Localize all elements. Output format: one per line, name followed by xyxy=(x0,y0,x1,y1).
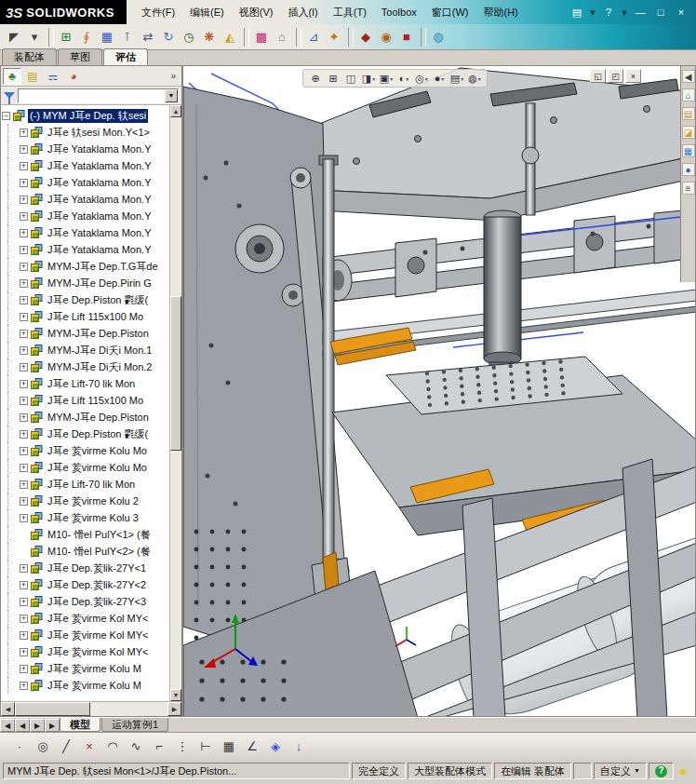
file-explorer-icon[interactable]: ◪ xyxy=(682,126,695,139)
menu-item[interactable]: 帮助(H) xyxy=(475,1,525,23)
interference-icon[interactable]: ◭ xyxy=(220,27,240,47)
tree-item-label[interactable]: J耳e 荄virme Kol MY< xyxy=(46,629,151,642)
angle-icon[interactable]: ∠ xyxy=(242,737,262,757)
tab-model[interactable]: 模型 xyxy=(60,718,100,732)
tree-item[interactable]: +J耳e Dep.Piston 氍缓( xyxy=(1,426,169,442)
erase-icon[interactable]: × xyxy=(79,737,100,757)
maximize-icon[interactable]: □ xyxy=(651,4,670,20)
new-document-icon[interactable]: ▤ xyxy=(568,4,586,20)
tree-item-label[interactable]: (-) MYM J耳e Dep. 轪sesi xyxy=(28,109,148,123)
menu-item[interactable]: 视图(V) xyxy=(232,1,281,23)
tree-item[interactable]: M10- 馉el PulY<2> (餐 xyxy=(1,543,169,560)
tree-item[interactable]: +J耳e Yataklama Mon.Y xyxy=(1,174,169,191)
tree-item[interactable]: +J耳e Dep.荄lik-27Y<3 xyxy=(1,593,169,610)
tree-item[interactable]: +J耳e Dep.荄lik-27Y<1 xyxy=(1,560,169,576)
tree-item-label[interactable]: MYM-J耳e Dep.Piston xyxy=(46,411,151,425)
collapse-taskpane-icon[interactable]: ◀ xyxy=(682,70,695,83)
move-component-icon[interactable]: ⇄ xyxy=(138,27,158,47)
tree-item[interactable]: +J耳e Lift 115x100 Mo xyxy=(1,392,169,409)
expand-icon[interactable]: + xyxy=(20,413,28,422)
menu-item[interactable]: 插入(I) xyxy=(280,1,325,23)
tree-item-label[interactable]: MYM-J耳e Dep.Pirin G xyxy=(46,277,154,291)
tab-scroll-left-icon[interactable]: ◀ xyxy=(0,719,15,732)
previous-view-icon[interactable]: ◫ xyxy=(342,71,359,87)
tree-item-label[interactable]: J耳e 荄virme Kolu M xyxy=(46,679,143,693)
expand-icon[interactable]: + xyxy=(20,430,28,439)
featuremanager-tab-icon[interactable]: ♣ xyxy=(3,68,21,85)
graphics-area[interactable]: ⊕⊞◫◨▾▣▾◐▾◎▾●▾▤▾◍▾ ◱◰× ◀⌂▤◪▦●≡ xyxy=(182,65,696,717)
scroll-left-icon[interactable]: ◀ xyxy=(1,702,15,716)
tree-item-label[interactable]: J耳e Yataklama Mon.Y xyxy=(46,176,153,190)
scroll-up-icon[interactable]: ▲ xyxy=(170,105,181,117)
help-icon[interactable]: ? xyxy=(599,4,618,20)
tree-item[interactable]: +J耳e Yataklama Mon.Y xyxy=(1,141,169,157)
status-help-cell[interactable]: ? xyxy=(649,763,674,779)
arrow-down-icon[interactable]: ↓ xyxy=(288,737,309,757)
scroll-right-icon[interactable]: ▶ xyxy=(167,702,181,716)
view-palette-icon[interactable]: ▦ xyxy=(682,144,695,157)
tree-horizontal-scrollbar[interactable]: ◀ ▶ xyxy=(1,701,181,716)
scrollbar-thumb[interactable] xyxy=(170,296,181,451)
expand-icon[interactable]: + xyxy=(20,631,28,640)
tree-item[interactable]: +J耳e Lift 115x100 Mo xyxy=(1,308,169,325)
line-icon[interactable]: ╱ xyxy=(56,737,76,757)
edit-appearance-icon[interactable]: ●▾ xyxy=(431,71,448,87)
expand-icon[interactable]: + xyxy=(20,229,28,237)
expand-icon[interactable]: + xyxy=(20,615,28,623)
doc-close-icon[interactable]: × xyxy=(625,69,641,83)
expand-icon[interactable]: + xyxy=(20,145,28,154)
tree-item[interactable]: +MYM-J耳e Di夭i Mon.2 xyxy=(1,358,169,375)
tree-item-label[interactable]: J耳e Dep.Piston 氍缓( xyxy=(46,293,150,307)
spline-icon[interactable]: ∿ xyxy=(126,737,146,757)
expand-icon[interactable]: + xyxy=(20,279,28,288)
expand-icon[interactable]: + xyxy=(20,581,28,589)
expand-icon[interactable]: + xyxy=(20,397,28,405)
tree-item[interactable]: +MYM-J耳e Dep.Piston xyxy=(1,409,169,426)
photoview-icon[interactable]: ◍ xyxy=(428,27,448,47)
tree-item[interactable]: +J耳e 荄virme Kol MY< xyxy=(1,610,169,627)
tree-item-label[interactable]: J耳e Yataklama Mon.Y xyxy=(46,210,153,223)
tree-item[interactable]: +J耳e 荄virme Kolu Mo xyxy=(1,442,169,459)
expand-icon[interactable]: + xyxy=(20,363,28,372)
tree-item[interactable]: +J耳e 荄virme Kolu M xyxy=(1,660,169,677)
apply-scene-icon[interactable]: ▤▾ xyxy=(448,71,465,87)
tree-item-label[interactable]: MYM-J耳e Di夭i Mon.1 xyxy=(46,344,154,358)
tree-item[interactable]: +J耳e Yataklama Mon.Y xyxy=(1,157,169,174)
expand-icon[interactable]: + xyxy=(20,598,28,606)
tree-item[interactable]: +J耳e 荄virme Kolu Mo xyxy=(1,459,169,476)
expand-icon[interactable]: + xyxy=(20,497,28,506)
tree-item[interactable]: −(-) MYM J耳e Dep. 轪sesi xyxy=(1,107,169,124)
expand-icon[interactable]: + xyxy=(20,447,28,455)
exploded-view-icon[interactable]: ❋ xyxy=(199,27,220,47)
hide-show-items-icon[interactable]: ◎▾ xyxy=(413,71,430,87)
filter-input[interactable]: ▼ xyxy=(18,88,179,103)
motion-icon[interactable]: ✦ xyxy=(324,27,344,47)
tree-item-label[interactable]: J耳e 荄virme Kol MY< xyxy=(46,645,151,659)
menu-item[interactable]: 窗口(W) xyxy=(424,1,476,23)
expand-icon[interactable]: + xyxy=(20,648,28,656)
circle-icon[interactable]: ◎ xyxy=(33,737,53,757)
tree-item[interactable]: +J耳e Yataklama Mon.Y xyxy=(1,208,169,224)
status-units-selector[interactable]: 自定义 ▼ xyxy=(594,763,647,779)
tree-item-label[interactable]: J耳e Yataklama Mon.Y xyxy=(46,243,153,257)
tab-motion-study[interactable]: 运动算例1 xyxy=(101,718,168,732)
tree-item[interactable]: +J耳e 轪sesi Mon.Y<1> xyxy=(1,124,169,141)
collapse-icon[interactable]: − xyxy=(2,112,10,120)
tab-scroll-right-icon[interactable]: ▶ xyxy=(30,719,45,732)
close-icon[interactable]: × xyxy=(672,4,690,20)
tree-item-label[interactable]: J耳e Yataklama Mon.Y xyxy=(46,226,153,240)
appearance-palette-icon[interactable]: ▩ xyxy=(251,27,272,47)
tree-item[interactable]: +J耳e Yataklama Mon.Y xyxy=(1,224,169,241)
expand-icon[interactable]: + xyxy=(20,246,28,254)
trim-icon[interactable]: ⊢ xyxy=(195,737,216,757)
tree-item-label[interactable]: MYM-J耳e Dep.T.G耳de xyxy=(46,260,160,274)
minimize-icon[interactable]: ― xyxy=(631,4,649,20)
expand-icon[interactable]: + xyxy=(20,380,28,388)
tree-item-label[interactable]: J耳e 荄virme Kol MY< xyxy=(46,612,151,626)
menu-item[interactable]: 文件(F) xyxy=(134,1,182,23)
panel-overflow-button[interactable]: » xyxy=(167,71,180,81)
toolbox-icon[interactable]: ◆ xyxy=(355,27,376,47)
expand-icon[interactable]: + xyxy=(20,464,28,472)
expand-icon[interactable]: + xyxy=(20,682,28,690)
configurationmanager-tab-icon[interactable]: ⚎ xyxy=(44,68,62,85)
